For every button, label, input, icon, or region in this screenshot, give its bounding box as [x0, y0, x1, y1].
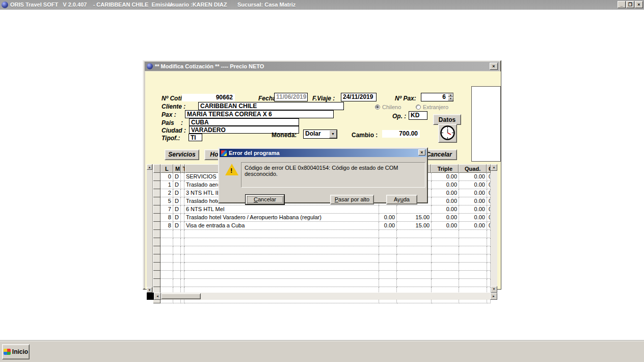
grid-vertical-scrollbar[interactable]: ▲ ▼ — [491, 164, 497, 293]
op-field[interactable]: KD — [409, 111, 427, 120]
grid-cell-triple[interactable]: 0.00 — [432, 214, 459, 222]
grid-cell-m[interactable] — [173, 279, 181, 287]
grid-cell-triple[interactable] — [432, 279, 459, 287]
grid-cell-sel[interactable] — [153, 173, 160, 181]
grid-cell-triple[interactable]: 0.00 — [432, 173, 459, 181]
help-button[interactable]: Ayuda — [386, 195, 417, 204]
fviaje-field[interactable]: 24/11/2019 — [341, 93, 377, 101]
grid-cell-t[interactable] — [181, 254, 184, 263]
grid-cell-c5[interactable] — [379, 279, 397, 287]
grid-cell-t[interactable] — [181, 271, 184, 279]
grid-cell-sel[interactable] — [153, 279, 160, 287]
radio-extranjero[interactable]: Extranjero — [416, 104, 448, 110]
cliente-field[interactable]: CARIBBEAN CHILE — [198, 102, 344, 110]
radio-chileno[interactable]: Chileno — [375, 104, 401, 110]
tipof-field[interactable]: TI — [189, 134, 202, 141]
scroll-up-icon[interactable]: ▲ — [147, 164, 152, 170]
grid-cell-sel[interactable] — [153, 205, 160, 214]
grid-cell-x[interactable]: 0.00 — [487, 205, 491, 214]
grid-horizontal-scrollbar[interactable]: ◄ ► — [147, 293, 497, 300]
grid-cell-t[interactable] — [181, 173, 184, 181]
datos-button[interactable]: Datos — [433, 114, 461, 125]
grid-cell-triple[interactable]: 0.00 — [432, 205, 459, 214]
grid-cell-desc[interactable] — [184, 254, 379, 263]
grid-cell-quad[interactable]: 0.00 — [459, 205, 487, 214]
grid-cell-c6[interactable]: 15.00 — [397, 214, 432, 222]
grid-cell-c6[interactable] — [397, 238, 432, 246]
grid-cell-t[interactable] — [181, 230, 184, 238]
grid-cell-sel[interactable] — [153, 246, 160, 254]
grid-cell-l[interactable]: 1 — [160, 181, 173, 189]
grid-cell-quad[interactable] — [459, 238, 487, 246]
grid-cell-x[interactable] — [487, 230, 491, 238]
grid-cell-x[interactable] — [487, 271, 491, 279]
grid-cell-desc[interactable] — [184, 279, 379, 287]
grid-cell-t[interactable] — [181, 246, 184, 254]
grid-cell-desc[interactable] — [184, 246, 379, 254]
grid-cell-triple[interactable] — [432, 230, 459, 238]
grid-cell-c6[interactable] — [397, 271, 432, 279]
grid-cell-l[interactable]: 0 — [160, 173, 173, 181]
grid-cell-sel[interactable] — [153, 238, 160, 246]
grid-cell-triple[interactable]: 0.00 — [432, 189, 459, 197]
grid-header-triple[interactable]: Triple — [431, 164, 459, 173]
grid-cell-desc[interactable] — [184, 263, 379, 271]
grid-cell-m[interactable]: D — [173, 205, 181, 214]
grid-cell-triple[interactable]: 0.00 — [432, 181, 459, 189]
grid-cell-sel[interactable] — [153, 263, 160, 271]
spinner-down-icon[interactable]: ▼ — [448, 97, 453, 100]
grid-cell-t[interactable] — [181, 214, 184, 222]
grid-cell-l[interactable]: 2 — [160, 189, 173, 197]
scroll-up-icon[interactable]: ▲ — [491, 164, 497, 171]
grid-row[interactable] — [153, 279, 491, 287]
grid-cell-l[interactable] — [160, 271, 173, 279]
grid-cell-sel[interactable] — [153, 222, 160, 230]
grid-cell-sel[interactable] — [153, 271, 160, 279]
grid-cell-m[interactable]: D — [173, 173, 181, 181]
grid-row[interactable] — [153, 271, 491, 279]
grid-cell-t[interactable] — [181, 189, 184, 197]
grid-cell-t[interactable] — [181, 197, 184, 205]
grid-cell-l[interactable] — [160, 279, 173, 287]
grid-cell-quad[interactable] — [459, 263, 487, 271]
cancel-button[interactable]: Cancelar — [246, 195, 284, 204]
grid-cell-desc[interactable]: 6 NTS HTL Mel — [184, 205, 379, 214]
grid-row[interactable] — [153, 238, 491, 246]
servicios-button[interactable]: Servicios — [165, 149, 199, 160]
clock-button[interactable] — [438, 124, 457, 143]
grid-cell-c5[interactable] — [379, 238, 397, 246]
scroll-right-icon[interactable]: ► — [490, 293, 497, 300]
grid-cell-quad[interactable] — [459, 246, 487, 254]
grid-cell-sel[interactable] — [153, 197, 160, 205]
grid-cell-x[interactable] — [487, 279, 491, 287]
grid-cell-quad[interactable] — [459, 279, 487, 287]
pax-field[interactable]: MARIA TERESA CORREA X 6 — [185, 110, 334, 118]
grid-cell-c5[interactable] — [379, 246, 397, 254]
grid-cell-c5[interactable] — [379, 271, 397, 279]
grid-cell-quad[interactable] — [459, 254, 487, 263]
ignore-button[interactable]: Pasar por alto — [330, 195, 374, 204]
grid-cell-c5[interactable] — [379, 205, 397, 214]
grid-cell-quad[interactable] — [459, 230, 487, 238]
grid-cell-sel[interactable] — [153, 189, 160, 197]
grid-cell-triple[interactable]: 0.00 — [432, 222, 459, 230]
grid-cell-quad[interactable] — [459, 271, 487, 279]
grid-cell-l[interactable]: 7 — [160, 205, 173, 214]
fecha-field[interactable]: 11/06/2019 — [274, 93, 308, 101]
grid-cell-t[interactable] — [181, 263, 184, 271]
grid-cell-m[interactable] — [173, 271, 181, 279]
grid-cell-m[interactable] — [173, 246, 181, 254]
grid-cell-desc[interactable]: Traslado hotel Varadero / Aeropuerto Hab… — [184, 214, 379, 222]
grid-cell-triple[interactable] — [432, 271, 459, 279]
dropdown-arrow-icon[interactable]: ▼ — [329, 130, 337, 138]
grid-header-quad[interactable]: Quad. — [459, 164, 487, 173]
grid-cell-c5[interactable]: 0.00 — [379, 214, 397, 222]
grid-cell-x[interactable] — [487, 254, 491, 263]
grid-cell-x[interactable] — [487, 238, 491, 246]
grid-cell-x[interactable]: 0.00 — [487, 181, 491, 189]
grid-cell-sel[interactable] — [153, 181, 160, 189]
grid-cell-quad[interactable]: 0.00 — [459, 197, 487, 205]
grid-row[interactable] — [153, 254, 491, 263]
grid-cell-x[interactable] — [487, 263, 491, 271]
grid-cell-t[interactable] — [181, 222, 184, 230]
